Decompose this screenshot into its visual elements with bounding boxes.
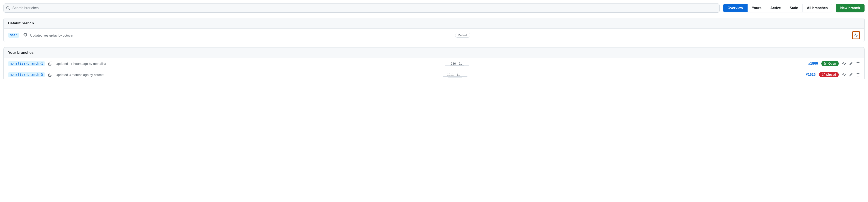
updated-text: Updated yesterday by octocat	[30, 33, 73, 37]
tab-stale[interactable]: Stale	[785, 4, 803, 12]
section-title: Your branches	[4, 47, 864, 58]
updated-text: Updated 3 months ago by octocat	[56, 73, 104, 77]
trash-icon[interactable]	[856, 73, 860, 77]
git-pull-request-closed-icon	[822, 73, 825, 76]
default-branch-section: Default branch main Updated yesterday by…	[3, 18, 865, 42]
pr-link[interactable]: #1866	[808, 61, 818, 66]
ahead-count: 11	[457, 73, 460, 77]
ahead-count: 21	[459, 62, 462, 66]
your-branches-section: Your branches monalisa-branch-1 Updated …	[3, 47, 865, 80]
copy-icon[interactable]	[23, 33, 27, 37]
search-wrapper	[3, 3, 720, 12]
branch-row: monalisa-branch-5 Updated 3 months ago b…	[4, 69, 864, 80]
tab-all-branches[interactable]: All branches	[803, 4, 832, 12]
activity-highlight	[852, 31, 860, 39]
copy-icon[interactable]	[49, 61, 52, 66]
branch-row: main Updated yesterday by octocat Defaul…	[4, 29, 864, 42]
updated-text: Updated 11 hours ago by monalisa	[56, 62, 106, 66]
pencil-icon[interactable]	[849, 61, 853, 66]
behind-count: 236	[451, 62, 456, 66]
behind-count: 1211	[447, 73, 454, 77]
trash-icon[interactable]	[856, 61, 860, 66]
git-pull-request-icon	[824, 62, 827, 65]
tab-overview[interactable]: Overview	[723, 4, 748, 12]
branch-name[interactable]: main	[8, 33, 19, 37]
tab-active[interactable]: Active	[766, 4, 785, 12]
search-icon	[6, 6, 10, 10]
tab-yours[interactable]: Yours	[748, 4, 766, 12]
activity-icon[interactable]	[842, 61, 846, 66]
copy-icon[interactable]	[49, 73, 52, 77]
status-label: Open	[828, 62, 836, 65]
pencil-icon[interactable]	[849, 73, 853, 77]
search-input[interactable]	[3, 3, 720, 12]
pr-link[interactable]: #1626	[806, 73, 816, 77]
branch-name[interactable]: monalisa-branch-1	[8, 61, 45, 66]
status-label: Closed	[826, 73, 836, 76]
branch-row: monalisa-branch-1 Updated 11 hours ago b…	[4, 58, 864, 69]
view-tabs: Overview Yours Active Stale All branches	[723, 4, 832, 12]
branch-name[interactable]: monalisa-branch-5	[8, 72, 45, 77]
status-badge-open[interactable]: Open	[822, 61, 839, 66]
behind-ahead: 1211 11	[443, 72, 467, 77]
status-badge-closed[interactable]: Closed	[819, 72, 839, 77]
behind-ahead: 236 21	[445, 61, 469, 67]
activity-icon[interactable]	[842, 73, 846, 77]
new-branch-button[interactable]: New branch	[836, 4, 865, 12]
activity-icon[interactable]	[854, 33, 858, 37]
section-title: Default branch	[4, 18, 864, 29]
default-badge: Default	[455, 33, 470, 37]
